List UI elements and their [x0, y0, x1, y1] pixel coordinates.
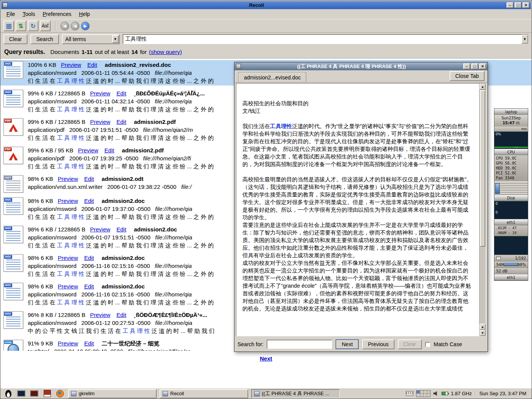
preview-close-icon[interactable] — [479, 63, 486, 69]
edit-link[interactable]: Edit — [84, 176, 94, 182]
scroll-up-icon[interactable] — [480, 84, 486, 90]
previous-page-icon[interactable]: ◀ — [71, 22, 79, 30]
preview-text[interactable]: 高校招生的社会功能和目的文/钱江我们生活在工具理性泛滥的时代。作为“世之显学”的… — [236, 84, 479, 336]
query-history-dropdown-icon[interactable] — [521, 35, 528, 44]
preview-link[interactable]: Preview — [78, 147, 98, 154]
chevron-down-icon[interactable] — [112, 35, 119, 43]
preview-link[interactable]: Preview — [90, 119, 110, 125]
result-path: file:///home/qia — [155, 320, 192, 326]
preview-tab[interactable]: admission2...evised.doc — [238, 72, 306, 82]
preview-link[interactable]: Preview — [90, 312, 110, 318]
close-icon[interactable] — [522, 2, 529, 8]
scroll-down-icon[interactable] — [480, 330, 486, 336]
preview-link[interactable]: Preview — [58, 176, 78, 182]
find-input[interactable] — [267, 340, 332, 349]
edit-link[interactable]: Edit — [104, 147, 114, 154]
disk-chart: 0 0 — [494, 201, 528, 219]
docs-launcher[interactable] — [42, 389, 52, 398]
first-page-icon[interactable]: ◀ — [60, 22, 69, 30]
snippet-text: 们 生 活 在 — [28, 242, 57, 249]
menu-help[interactable]: Help — [75, 10, 94, 18]
menu-file[interactable]: File — [3, 10, 19, 18]
find-next-button[interactable]: Next — [336, 339, 359, 349]
clear-button[interactable]: Clear — [3, 34, 27, 44]
edit-link[interactable]: Edit — [84, 198, 94, 204]
terminal-launcher[interactable] — [16, 389, 26, 398]
task-gkrellm[interactable]: gkrellm — [68, 389, 157, 398]
result-relevance-size: 99% 6 KB / 1228865 B — [28, 119, 86, 125]
preview-link[interactable]: Preview — [61, 62, 81, 68]
next-results-link[interactable]: Next — [260, 355, 272, 362]
file-type-icon — [3, 175, 23, 193]
edit-link[interactable]: Edit — [116, 119, 126, 125]
menu-tools[interactable]: Tools — [19, 10, 39, 18]
next-page-icon[interactable]: ▶ — [81, 22, 90, 30]
find-clear-button[interactable]: Clear — [398, 339, 422, 349]
menu-preferences[interactable]: Preferences — [39, 10, 75, 18]
result-date: 2006-01-07 19:38:22 -0500 — [107, 184, 176, 190]
scrollbar-track[interactable] — [480, 247, 486, 324]
result-path: file:///home/qian2/fi — [143, 155, 191, 162]
preview-link[interactable]: Preview — [58, 283, 78, 290]
gkrellm-panel[interactable]: laptop Sun23Sep 15:47 05 mo 0% CPU CPU 5… — [494, 108, 528, 281]
spellcheck-icon[interactable]: ÂbÊ — [40, 21, 51, 31]
menubar: File Tools Preferences Help — [0, 9, 532, 19]
edit-link[interactable]: Edit — [84, 340, 94, 347]
search-query-input[interactable] — [123, 34, 529, 44]
preview-link[interactable]: Preview — [90, 226, 110, 233]
task-recoll[interactable]: Recoll — [160, 389, 248, 398]
task-preview[interactable]: ((工 PHRASE 4 具 PHRASE ... — [251, 389, 340, 398]
search-button[interactable]: Search — [30, 34, 59, 44]
preview-link[interactable]: Preview — [58, 340, 78, 347]
preview-link[interactable]: Preview — [58, 198, 78, 204]
maximize-icon[interactable] — [515, 2, 521, 8]
snippet-highlight: 工 具 理 性 — [57, 242, 85, 249]
result-mime: text/html — [28, 348, 49, 351]
file-type-icon — [3, 197, 23, 215]
edit-link[interactable]: Edit — [84, 283, 94, 290]
sort-icon[interactable] — [16, 21, 26, 31]
preview-minimize-icon[interactable] — [463, 63, 470, 69]
show-query-link[interactable]: (show query) — [149, 49, 182, 55]
fan-speed: Fan 3348 — [496, 176, 526, 180]
edit-link[interactable]: Edit — [84, 255, 94, 261]
result-date: 2006-01-07 19:37:00 -0500 — [81, 206, 150, 212]
result-path: file:///home/qia — [155, 98, 192, 104]
close-tab-button[interactable]: Close Tab — [450, 71, 484, 81]
snippet-text: 泛 滥 的 时 ... 帮 助 我 们 — [150, 328, 215, 334]
preview-link[interactable]: Preview — [90, 90, 110, 97]
search-mode-select[interactable]: All terms — [62, 34, 120, 44]
preview-scrollbar[interactable] — [479, 84, 486, 336]
result-relevance-size: 96% 8 KB / 1228865 B — [28, 312, 86, 318]
query-config-icon[interactable] — [3, 21, 14, 31]
search-bar: Clear Search All terms — [0, 33, 532, 46]
match-case-checkbox[interactable] — [425, 342, 430, 347]
scroll-up-icon[interactable] — [480, 324, 486, 330]
edit-link[interactable]: Edit — [116, 312, 126, 318]
minimize-icon[interactable] — [507, 2, 513, 8]
preview-link[interactable]: Preview — [58, 255, 78, 261]
gkrellm-time: 15:47 — [502, 121, 515, 125]
edit-link[interactable]: Edit — [116, 90, 126, 97]
workspace-pager[interactable] — [416, 390, 431, 397]
battery-icon[interactable] — [442, 392, 448, 395]
disk-section-label: Disk — [494, 195, 528, 201]
result-date: 2006-11-16 02:15:16 -0500 — [81, 291, 150, 298]
book-icon — [44, 390, 51, 397]
net-readouts: .011M - 47 .906M - 19 — [494, 225, 528, 236]
preview-maximize-icon[interactable] — [471, 63, 478, 69]
history-icon[interactable] — [28, 21, 38, 31]
result-path: file:///home/qia — [155, 70, 192, 76]
edit-link[interactable]: Edit — [116, 226, 126, 233]
keyboard-icon[interactable] — [406, 391, 413, 396]
start-menu-button[interactable] — [3, 389, 13, 398]
edit-link[interactable]: Edit — [87, 62, 97, 68]
taskbar-clock[interactable]: Sun Sep 23, 3:47 PM — [474, 391, 529, 396]
scrollbar-thumb[interactable] — [480, 90, 485, 247]
media-launcher[interactable] — [29, 389, 39, 398]
speaker-icon[interactable] — [433, 391, 439, 396]
task-icon — [71, 391, 76, 396]
find-previous-button[interactable]: Previous — [362, 339, 394, 349]
browser-launcher[interactable] — [55, 389, 65, 398]
snippet-text: 们 生 活 在 — [28, 163, 57, 169]
